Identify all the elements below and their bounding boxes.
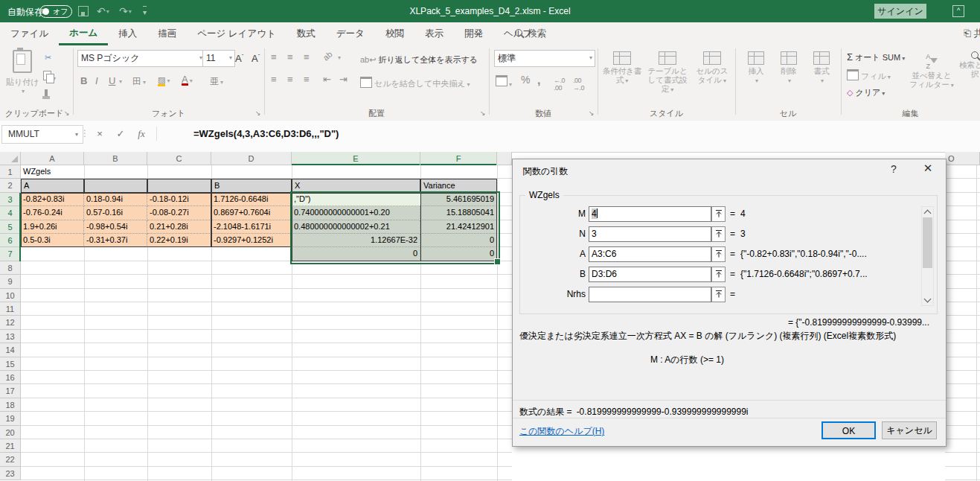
qat-customize-button[interactable]: ▾: [143, 6, 147, 18]
row-header-17[interactable]: 17: [0, 384, 21, 398]
ribbon-tab[interactable]: 校閲: [375, 22, 414, 45]
orientation-dropdown[interactable]: ▾: [338, 54, 341, 61]
wrap-text-button[interactable]: ab↩ 折り返して全体を表示する: [360, 54, 478, 66]
dialog-scrollbar[interactable]: [921, 206, 934, 306]
param-input-Nrhs[interactable]: [589, 287, 711, 302]
row-header-13[interactable]: 13: [0, 330, 21, 343]
redo-button[interactable]: ↷▾: [119, 6, 132, 17]
row-header-4[interactable]: 4: [0, 206, 21, 220]
save-icon[interactable]: [78, 6, 89, 16]
find-select-button[interactable]: 検索と選択: [958, 51, 980, 78]
increase-indent-button[interactable]: ⇥: [339, 74, 348, 85]
bold-button[interactable]: B: [80, 75, 87, 86]
enter-entry-button[interactable]: ✓: [112, 125, 129, 142]
cell-styles-button[interactable]: セルのスタイル▾: [694, 51, 731, 86]
cut-button[interactable]: ✂: [45, 53, 51, 63]
row-header-21[interactable]: 21: [0, 439, 21, 453]
orientation-button[interactable]: ab: [321, 49, 334, 62]
align-right-button[interactable]: ≡: [304, 74, 310, 85]
row-header-1[interactable]: 1: [0, 165, 21, 179]
scrollbar-thumb[interactable]: [923, 217, 932, 268]
percent-style-button[interactable]: %: [521, 74, 530, 86]
row-header-14[interactable]: 14: [0, 343, 21, 357]
ok-button[interactable]: OK: [822, 421, 876, 439]
column-header-B[interactable]: B: [84, 152, 147, 165]
share-button[interactable]: ⎗ 共有: [964, 28, 980, 40]
row-header-2[interactable]: 2: [0, 179, 21, 192]
borders-button[interactable]: 田▾: [132, 75, 146, 88]
row-header-12[interactable]: 12: [0, 316, 21, 329]
row-header-7[interactable]: 7: [0, 247, 21, 261]
row-header-6[interactable]: 6: [0, 234, 21, 247]
param-input-M[interactable]: 4: [589, 206, 711, 222]
italic-button[interactable]: I: [95, 75, 98, 86]
ribbon-tab[interactable]: 表示: [414, 22, 454, 45]
align-left-button[interactable]: ≡: [271, 74, 277, 85]
conditional-formatting-button[interactable]: 条件付き書式▾: [601, 51, 643, 86]
row-header-20[interactable]: 20: [0, 426, 21, 439]
fill-button[interactable]: フィル▾: [847, 69, 891, 82]
cancel-entry-button[interactable]: ×: [91, 125, 109, 142]
middle-align-button[interactable]: ≡: [287, 51, 293, 63]
delete-cells-button[interactable]: 削除▾: [774, 51, 804, 86]
alignment-dialog-launcher[interactable]: ↘: [480, 109, 486, 117]
sort-filter-button[interactable]: AZ 並べ替えとフィルター▾: [909, 51, 954, 90]
search-box[interactable]: 検索: [515, 28, 546, 40]
collapse-dialog-button[interactable]: [711, 267, 726, 282]
merge-center-button[interactable]: セルを結合して中央揃え▾: [360, 77, 470, 89]
decrease-font-button[interactable]: Aˇ: [252, 53, 260, 64]
ribbon-tab[interactable]: 数式: [286, 22, 326, 45]
formula-input[interactable]: =WZgels(4,3,A3:C6,D3:D6,,,"D"): [193, 125, 339, 142]
cell-A2[interactable]: A: [21, 179, 84, 192]
dialog-close-icon[interactable]: ✕: [917, 162, 939, 178]
format-as-table-button[interactable]: テーブルとして書式設定▾: [644, 51, 691, 95]
row-header-11[interactable]: 11: [0, 302, 21, 316]
row-header-19[interactable]: 19: [0, 412, 21, 425]
sign-in-button[interactable]: サインイン: [874, 4, 926, 19]
cell-D2[interactable]: B: [211, 179, 292, 192]
font-name-combo[interactable]: MS Pゴシック▾: [77, 50, 205, 67]
collapse-dialog-button[interactable]: [711, 246, 726, 262]
undo-button[interactable]: ↶▾: [97, 6, 109, 17]
param-input-A[interactable]: A3:C6: [589, 246, 711, 262]
paste-button[interactable]: 貼り付け ▾: [6, 50, 39, 95]
top-align-button[interactable]: ≡: [271, 51, 277, 63]
comma-style-button[interactable]: ,: [537, 74, 540, 87]
ribbon-tab[interactable]: ファイル: [0, 22, 59, 45]
clear-button[interactable]: ◇ クリア▾: [847, 87, 885, 98]
accounting-format-button[interactable]: ▾: [496, 75, 512, 88]
column-header-F[interactable]: F: [420, 152, 497, 165]
collapse-dialog-button[interactable]: [711, 226, 726, 242]
column-header-O[interactable]: O: [945, 152, 980, 165]
ribbon-display-options-icon[interactable]: ^: [952, 5, 964, 17]
underline-dropdown[interactable]: ▾: [119, 78, 122, 85]
align-center-button[interactable]: ≡: [287, 74, 293, 85]
function-help-link[interactable]: この関数のヘルプ(H): [519, 425, 604, 438]
row-header-18[interactable]: 18: [0, 398, 21, 412]
cell-A1[interactable]: WZgels: [21, 165, 84, 179]
number-format-combo[interactable]: 標準▾: [494, 50, 595, 67]
increase-decimal-button[interactable]: ←.0.00: [554, 77, 565, 92]
row-header-16[interactable]: 16: [0, 371, 21, 384]
grid-area-right[interactable]: [945, 165, 980, 481]
ribbon-tab[interactable]: 描画: [147, 22, 187, 45]
row-header-23[interactable]: 23: [0, 467, 21, 480]
ribbon-tab[interactable]: ページ レイアウト: [187, 22, 286, 45]
row-header-9[interactable]: 9: [0, 275, 21, 288]
column-header-E[interactable]: E: [292, 152, 420, 165]
underline-button[interactable]: U: [109, 75, 115, 86]
column-header-D[interactable]: D: [211, 152, 292, 165]
insert-function-button[interactable]: fx: [132, 125, 150, 142]
collapse-dialog-button[interactable]: [711, 287, 726, 302]
ribbon-tab[interactable]: データ: [326, 22, 375, 45]
font-dialog-launcher[interactable]: ↘: [255, 109, 261, 117]
font-size-combo[interactable]: 11▾: [202, 50, 235, 67]
param-input-N[interactable]: 3: [589, 226, 711, 242]
column-header-partial[interactable]: [497, 152, 512, 165]
number-dialog-launcher[interactable]: ↘: [589, 109, 595, 117]
row-header-10[interactable]: 10: [0, 289, 21, 302]
collapse-dialog-button[interactable]: [711, 206, 726, 222]
fill-color-button[interactable]: ▨▾: [158, 75, 170, 86]
cell-B2[interactable]: [84, 179, 147, 192]
format-cells-button[interactable]: 書式▾: [807, 51, 836, 86]
